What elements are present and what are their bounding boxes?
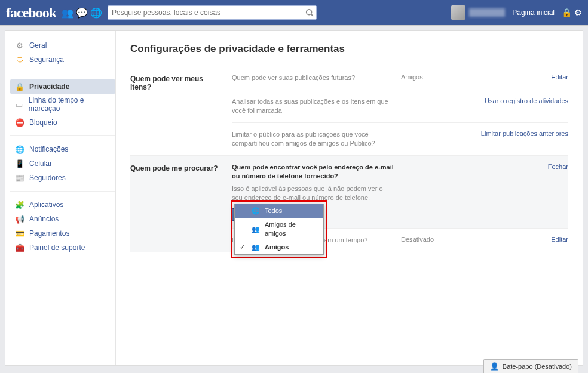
gear-icon: ⚙ <box>15 41 24 50</box>
ads-icon: 📢 <box>15 214 24 224</box>
followers-icon: 📰 <box>15 173 24 183</box>
payments-icon: 💳 <box>15 229 24 238</box>
settings-sidebar: ⚙Geral 🛡Segurança 🔒Privacidade ▭Linha do… <box>5 31 116 365</box>
top-nav-icons: 👥 💬 🌐 <box>61 6 103 19</box>
sidebar-item-label: Bloqueio <box>29 118 57 127</box>
globe-icon: 🌐 <box>15 144 24 154</box>
sidebar-item-label: Linha do tempo e marcação <box>29 96 111 113</box>
dropdown-option-label: Amigos de amigos <box>265 220 318 238</box>
shield-icon: 🛡 <box>15 55 24 64</box>
sidebar-item-label: Seguidores <box>29 174 66 182</box>
sidebar-item-notificacoes[interactable]: 🌐Notificações <box>10 142 115 156</box>
setting-row-review-posts: Analisar todas as suas publicações e os … <box>232 90 568 122</box>
row-description: Quem pode ver suas publicações futuras? <box>232 73 401 82</box>
sidebar-item-suporte[interactable]: 🧰Painel de suporte <box>10 241 115 255</box>
audience-dropdown: 🌐 Todos 👥 Amigos de amigos <box>234 204 324 255</box>
row-description: Quem pode encontrar você pelo endereço d… <box>232 163 394 181</box>
search-icon[interactable] <box>304 7 315 18</box>
sidebar-item-seguidores[interactable]: 📰Seguidores <box>10 171 115 185</box>
notifications-icon[interactable]: 🌐 <box>90 6 103 19</box>
globe-icon: 🌐 <box>252 206 260 215</box>
chat-bar[interactable]: 👤 Bate-papo (Desativado) <box>483 359 578 373</box>
home-link[interactable]: Página inicial <box>509 8 558 17</box>
friends-of-friends-icon: 👥 <box>252 225 260 234</box>
sidebar-item-label: Anúncios <box>29 215 59 223</box>
search-input[interactable] <box>108 5 317 20</box>
edit-link[interactable]: Editar <box>551 236 568 243</box>
dropdown-option-amigos[interactable]: ✓ 👥 Amigos <box>235 241 323 254</box>
privacy-shortcuts-icon[interactable]: 🔒 <box>562 8 572 17</box>
sidebar-item-label: Pagamentos <box>29 229 69 238</box>
section-header: Quem pode me procurar? <box>130 156 232 252</box>
check-icon: ✓ <box>240 243 247 252</box>
sidebar-item-anuncios[interactable]: 📢Anúncios <box>10 212 115 226</box>
close-link[interactable]: Fechar <box>548 163 568 170</box>
search-wrap <box>108 5 317 20</box>
chat-icon: 👤 <box>490 362 499 371</box>
topbar: facebook 👥 💬 🌐 Página inicial 🔒 ⚙ <box>0 0 588 25</box>
sidebar-item-label: Privacidade <box>29 82 69 91</box>
sidebar-item-label: Aplicativos <box>29 201 63 209</box>
setting-row-limit-past: Limitar o público para as publicações qu… <box>232 122 568 155</box>
setting-row-lookup-email-phone: Quem pode encontrar você pelo endereço d… <box>232 156 568 228</box>
timeline-icon: ▭ <box>15 100 24 109</box>
setting-row-future-posts: Quem pode ver suas publicações futuras? … <box>232 66 568 90</box>
messages-icon[interactable]: 💬 <box>75 6 88 19</box>
support-icon: 🧰 <box>15 243 24 252</box>
friends-icon: 👥 <box>252 243 260 252</box>
sidebar-item-celular[interactable]: 📱Celular <box>10 156 115 171</box>
sidebar-item-label: Notificações <box>29 145 68 153</box>
dropdown-option-todos[interactable]: 🌐 Todos <box>235 204 323 218</box>
sidebar-item-seguranca[interactable]: 🛡Segurança <box>10 53 115 67</box>
sidebar-item-label: Painel de suporte <box>29 243 85 252</box>
sidebar-item-bloqueio[interactable]: ⛔Bloqueio <box>10 115 115 130</box>
activity-log-link[interactable]: Usar o registro de atividades <box>485 97 568 104</box>
chat-label: Bate-papo (Desativado) <box>503 363 572 370</box>
highlight-box: 🌐 Todos 👥 Amigos de amigos <box>231 200 327 258</box>
limit-past-link[interactable]: Limitar publicações anteriores <box>481 130 568 137</box>
settings-gear-icon[interactable]: ⚙ <box>574 8 582 17</box>
page-title: Configurações de privacidade e ferrament… <box>130 43 568 55</box>
sidebar-item-privacidade[interactable]: 🔒Privacidade <box>10 79 115 94</box>
facebook-logo[interactable]: facebook <box>6 5 56 21</box>
avatar[interactable] <box>451 5 466 20</box>
section-header: Quem pode ver meus itens? <box>130 66 232 155</box>
sidebar-item-aplicativos[interactable]: 🧩Aplicativos <box>10 198 115 212</box>
row-description: Analisar todas as suas publicações e os … <box>232 97 401 115</box>
row-description: Limitar o público para as publicações qu… <box>232 130 401 148</box>
username[interactable] <box>469 8 505 17</box>
main: ⚙Geral 🛡Segurança 🔒Privacidade ▭Linha do… <box>5 31 583 365</box>
dropdown-option-label: Todos <box>265 206 282 215</box>
svg-point-0 <box>307 10 312 15</box>
lock-icon: 🔒 <box>15 82 24 91</box>
edit-link[interactable]: Editar <box>551 73 568 81</box>
dropdown-option-amigos-de-amigos[interactable]: 👥 Amigos de amigos <box>235 218 323 241</box>
topbar-right: Página inicial 🔒 ⚙ <box>451 5 582 20</box>
sidebar-item-label: Celular <box>29 159 52 168</box>
row-value: Desativado <box>401 236 473 245</box>
row-value: Amigos <box>401 73 473 82</box>
sidebar-item-linha-tempo[interactable]: ▭Linha do tempo e marcação <box>10 94 115 115</box>
phone-icon: 📱 <box>15 159 24 168</box>
audience-dropdown-wrap: 🌐 Todos 👥 Amigos de amigos <box>231 200 327 258</box>
section-who-can-find: Quem pode me procurar? Quem pode encontr… <box>130 156 568 252</box>
sidebar-item-geral[interactable]: ⚙Geral <box>10 38 115 53</box>
apps-icon: 🧩 <box>15 200 24 209</box>
sidebar-item-label: Geral <box>29 41 47 50</box>
friend-requests-icon[interactable]: 👥 <box>61 6 74 19</box>
sidebar-item-label: Segurança <box>29 56 64 64</box>
dropdown-option-label: Amigos <box>265 243 289 252</box>
sidebar-item-pagamentos[interactable]: 💳Pagamentos <box>10 226 115 241</box>
block-icon: ⛔ <box>15 118 24 127</box>
content: Configurações de privacidade e ferrament… <box>116 31 583 365</box>
svg-line-1 <box>311 14 314 17</box>
section-who-can-see: Quem pode ver meus itens? Quem pode ver … <box>130 66 568 156</box>
